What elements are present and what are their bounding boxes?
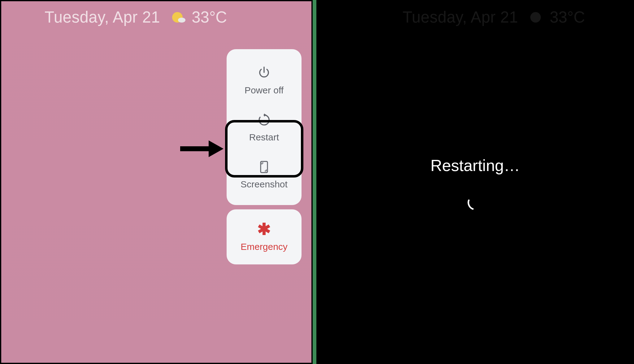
weather-widget: 33°C xyxy=(171,8,227,26)
screenshot-icon xyxy=(257,159,271,175)
restart-label: Restart xyxy=(249,132,279,143)
date-label-dimmed: Tuesday, Apr 21 xyxy=(402,8,518,26)
temperature-label-dimmed: 33°C xyxy=(550,8,585,26)
date-label: Tuesday, Apr 21 xyxy=(45,8,160,26)
svg-point-8 xyxy=(530,12,541,23)
restarting-text: Restarting… xyxy=(431,156,520,175)
power-card-main: Power off Restart xyxy=(227,49,302,205)
temperature-label: 33°C xyxy=(192,8,227,26)
emergency-label: Emergency xyxy=(241,242,288,252)
spinner-icon xyxy=(467,194,484,211)
status-widget: Tuesday, Apr 21 33°C xyxy=(1,1,311,26)
restart-button[interactable]: Restart xyxy=(227,104,302,151)
screenshot-panel-restarting: Tuesday, Apr 21 33°C Restarting… xyxy=(316,0,634,364)
restart-icon xyxy=(257,112,271,128)
svg-point-1 xyxy=(178,18,185,23)
power-menu: Power off Restart xyxy=(227,49,302,264)
weather-widget-dimmed: 33°C xyxy=(529,8,585,26)
power-icon xyxy=(257,65,271,81)
svg-marker-7 xyxy=(209,140,224,157)
screenshot-panel-power-menu: Tuesday, Apr 21 33°C Power off xyxy=(0,0,313,364)
power-off-label: Power off xyxy=(245,85,284,96)
annotation-arrow-icon xyxy=(180,138,224,160)
weather-icon-dimmed xyxy=(529,10,544,25)
screenshot-label: Screenshot xyxy=(241,179,288,190)
restart-screen: Tuesday, Apr 21 33°C Restarting… xyxy=(318,1,633,363)
emergency-button[interactable]: Emergency xyxy=(227,209,302,264)
power-off-button[interactable]: Power off xyxy=(227,57,302,104)
screenshot-button[interactable]: Screenshot xyxy=(227,151,302,198)
status-widget-dimmed: Tuesday, Apr 21 33°C xyxy=(365,1,585,26)
emergency-icon xyxy=(257,222,271,237)
weather-icon xyxy=(171,10,186,25)
